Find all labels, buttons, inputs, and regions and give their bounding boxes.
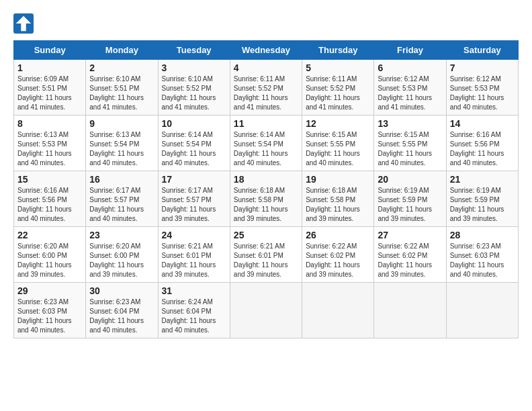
day-number: 27 bbox=[378, 230, 442, 240]
day-number: 14 bbox=[450, 118, 515, 129]
day-cell bbox=[446, 283, 518, 338]
day-number: 24 bbox=[162, 230, 226, 240]
day-number: 11 bbox=[234, 118, 298, 129]
day-number: 18 bbox=[234, 174, 298, 185]
day-info: Sunrise: 6:16 AMSunset: 5:56 PMDaylight:… bbox=[450, 130, 515, 168]
day-info: Sunrise: 6:12 AMSunset: 5:53 PMDaylight:… bbox=[450, 75, 515, 112]
day-info: Sunrise: 6:11 AMSunset: 5:52 PMDaylight:… bbox=[306, 75, 370, 112]
day-cell: 5Sunrise: 6:11 AMSunset: 5:52 PMDaylight… bbox=[302, 60, 374, 116]
day-cell: 14Sunrise: 6:16 AMSunset: 5:56 PMDayligh… bbox=[446, 116, 518, 171]
day-number: 23 bbox=[89, 230, 154, 240]
logo bbox=[13, 13, 35, 34]
week-row-2: 8Sunrise: 6:13 AMSunset: 5:53 PMDaylight… bbox=[14, 116, 519, 171]
day-header-thursday: Thursday bbox=[302, 41, 374, 60]
day-info: Sunrise: 6:23 AMSunset: 6:03 PMDaylight:… bbox=[17, 298, 82, 335]
day-info: Sunrise: 6:17 AMSunset: 5:57 PMDaylight:… bbox=[89, 186, 154, 224]
day-info: Sunrise: 6:20 AMSunset: 6:00 PMDaylight:… bbox=[17, 242, 82, 279]
day-info: Sunrise: 6:09 AMSunset: 5:51 PMDaylight:… bbox=[17, 75, 82, 112]
day-info: Sunrise: 6:13 AMSunset: 5:53 PMDaylight:… bbox=[17, 130, 82, 168]
day-number: 22 bbox=[17, 230, 82, 240]
day-header-monday: Monday bbox=[86, 41, 158, 60]
day-number: 31 bbox=[162, 285, 226, 296]
day-number: 15 bbox=[17, 174, 82, 185]
day-info: Sunrise: 6:10 AMSunset: 5:51 PMDaylight:… bbox=[89, 75, 154, 112]
day-number: 26 bbox=[306, 230, 370, 240]
day-cell: 3Sunrise: 6:10 AMSunset: 5:52 PMDaylight… bbox=[158, 60, 230, 116]
day-cell: 12Sunrise: 6:15 AMSunset: 5:55 PMDayligh… bbox=[302, 116, 374, 171]
day-number: 13 bbox=[378, 118, 442, 129]
day-cell: 20Sunrise: 6:19 AMSunset: 5:59 PMDayligh… bbox=[374, 171, 446, 227]
day-cell: 2Sunrise: 6:10 AMSunset: 5:51 PMDaylight… bbox=[86, 60, 158, 116]
day-cell: 22Sunrise: 6:20 AMSunset: 6:00 PMDayligh… bbox=[14, 227, 86, 283]
day-number: 19 bbox=[306, 174, 370, 185]
day-cell: 27Sunrise: 6:22 AMSunset: 6:02 PMDayligh… bbox=[374, 227, 446, 283]
day-info: Sunrise: 6:21 AMSunset: 6:01 PMDaylight:… bbox=[162, 242, 226, 279]
day-cell: 7Sunrise: 6:12 AMSunset: 5:53 PMDaylight… bbox=[446, 60, 518, 116]
day-cell: 23Sunrise: 6:20 AMSunset: 6:00 PMDayligh… bbox=[86, 227, 158, 283]
day-info: Sunrise: 6:20 AMSunset: 6:00 PMDaylight:… bbox=[89, 242, 154, 279]
day-cell: 28Sunrise: 6:23 AMSunset: 6:03 PMDayligh… bbox=[446, 227, 518, 283]
week-row-3: 15Sunrise: 6:16 AMSunset: 5:56 PMDayligh… bbox=[14, 171, 519, 227]
day-number: 25 bbox=[234, 230, 298, 240]
day-cell: 9Sunrise: 6:13 AMSunset: 5:54 PMDaylight… bbox=[86, 116, 158, 171]
day-number: 2 bbox=[89, 62, 154, 73]
day-number: 6 bbox=[378, 62, 442, 73]
day-cell: 29Sunrise: 6:23 AMSunset: 6:03 PMDayligh… bbox=[14, 283, 86, 338]
day-cell: 11Sunrise: 6:14 AMSunset: 5:54 PMDayligh… bbox=[230, 116, 302, 171]
day-info: Sunrise: 6:18 AMSunset: 5:58 PMDaylight:… bbox=[234, 186, 298, 224]
day-info: Sunrise: 6:16 AMSunset: 5:56 PMDaylight:… bbox=[17, 186, 82, 224]
day-info: Sunrise: 6:22 AMSunset: 6:02 PMDaylight:… bbox=[378, 242, 442, 279]
day-info: Sunrise: 6:11 AMSunset: 5:52 PMDaylight:… bbox=[234, 75, 298, 112]
day-number: 9 bbox=[89, 118, 154, 129]
day-number: 12 bbox=[306, 118, 370, 129]
day-info: Sunrise: 6:22 AMSunset: 6:02 PMDaylight:… bbox=[306, 242, 370, 279]
day-info: Sunrise: 6:19 AMSunset: 5:59 PMDaylight:… bbox=[378, 186, 442, 224]
day-info: Sunrise: 6:14 AMSunset: 5:54 PMDaylight:… bbox=[234, 130, 298, 168]
day-cell bbox=[374, 283, 446, 338]
day-number: 8 bbox=[17, 118, 82, 129]
day-cell: 17Sunrise: 6:17 AMSunset: 5:57 PMDayligh… bbox=[158, 171, 230, 227]
day-info: Sunrise: 6:19 AMSunset: 5:59 PMDaylight:… bbox=[450, 186, 515, 224]
day-info: Sunrise: 6:18 AMSunset: 5:58 PMDaylight:… bbox=[306, 186, 370, 224]
day-cell: 18Sunrise: 6:18 AMSunset: 5:58 PMDayligh… bbox=[230, 171, 302, 227]
day-info: Sunrise: 6:14 AMSunset: 5:54 PMDaylight:… bbox=[162, 130, 226, 168]
week-row-5: 29Sunrise: 6:23 AMSunset: 6:03 PMDayligh… bbox=[14, 283, 519, 338]
day-info: Sunrise: 6:23 AMSunset: 6:03 PMDaylight:… bbox=[450, 242, 515, 279]
day-cell: 4Sunrise: 6:11 AMSunset: 5:52 PMDaylight… bbox=[230, 60, 302, 116]
day-info: Sunrise: 6:15 AMSunset: 5:55 PMDaylight:… bbox=[306, 130, 370, 168]
day-info: Sunrise: 6:21 AMSunset: 6:01 PMDaylight:… bbox=[234, 242, 298, 279]
day-cell: 19Sunrise: 6:18 AMSunset: 5:58 PMDayligh… bbox=[302, 171, 374, 227]
day-info: Sunrise: 6:13 AMSunset: 5:54 PMDaylight:… bbox=[89, 130, 154, 168]
day-number: 10 bbox=[162, 118, 226, 129]
day-cell: 24Sunrise: 6:21 AMSunset: 6:01 PMDayligh… bbox=[158, 227, 230, 283]
day-info: Sunrise: 6:15 AMSunset: 5:55 PMDaylight:… bbox=[378, 130, 442, 168]
day-number: 21 bbox=[450, 174, 515, 185]
day-number: 28 bbox=[450, 230, 515, 240]
day-number: 16 bbox=[89, 174, 154, 185]
page-header bbox=[13, 13, 519, 34]
day-header-saturday: Saturday bbox=[446, 41, 518, 60]
day-info: Sunrise: 6:24 AMSunset: 6:04 PMDaylight:… bbox=[162, 298, 226, 335]
day-info: Sunrise: 6:12 AMSunset: 5:53 PMDaylight:… bbox=[378, 75, 442, 112]
day-cell: 16Sunrise: 6:17 AMSunset: 5:57 PMDayligh… bbox=[86, 171, 158, 227]
week-row-1: 1Sunrise: 6:09 AMSunset: 5:51 PMDaylight… bbox=[14, 60, 519, 116]
day-cell: 25Sunrise: 6:21 AMSunset: 6:01 PMDayligh… bbox=[230, 227, 302, 283]
day-cell: 26Sunrise: 6:22 AMSunset: 6:02 PMDayligh… bbox=[302, 227, 374, 283]
week-row-4: 22Sunrise: 6:20 AMSunset: 6:00 PMDayligh… bbox=[14, 227, 519, 283]
day-header-friday: Friday bbox=[374, 41, 446, 60]
days-header-row: SundayMondayTuesdayWednesdayThursdayFrid… bbox=[14, 41, 519, 60]
day-number: 29 bbox=[17, 285, 82, 296]
day-cell bbox=[230, 283, 302, 338]
day-cell: 10Sunrise: 6:14 AMSunset: 5:54 PMDayligh… bbox=[158, 116, 230, 171]
day-number: 17 bbox=[162, 174, 226, 185]
logo-icon bbox=[13, 13, 34, 34]
day-cell: 15Sunrise: 6:16 AMSunset: 5:56 PMDayligh… bbox=[14, 171, 86, 227]
day-cell bbox=[302, 283, 374, 338]
calendar-table: SundayMondayTuesdayWednesdayThursdayFrid… bbox=[13, 40, 519, 338]
day-number: 5 bbox=[306, 62, 370, 73]
day-header-wednesday: Wednesday bbox=[230, 41, 302, 60]
day-number: 20 bbox=[378, 174, 442, 185]
day-cell: 31Sunrise: 6:24 AMSunset: 6:04 PMDayligh… bbox=[158, 283, 230, 338]
day-number: 30 bbox=[89, 285, 154, 296]
day-cell: 21Sunrise: 6:19 AMSunset: 5:59 PMDayligh… bbox=[446, 171, 518, 227]
